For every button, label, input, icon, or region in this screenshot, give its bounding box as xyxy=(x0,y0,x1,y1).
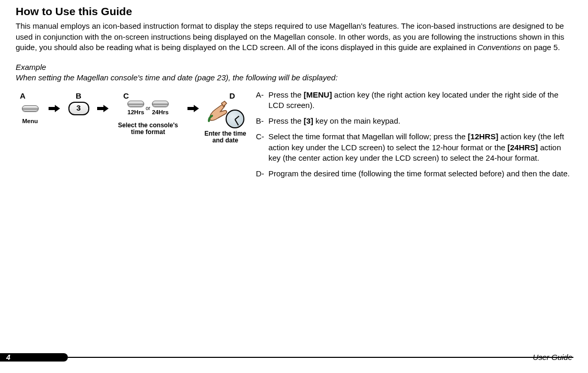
page-heading: How to Use this Guide xyxy=(16,4,572,19)
arrow-icon xyxy=(44,100,64,117)
step-b-letter: B xyxy=(76,91,81,100)
intro-text-2: on page 5. xyxy=(521,43,560,52)
intro-paragraph: This manual employs an icon-based instru… xyxy=(16,21,572,53)
or-text: or xyxy=(146,105,150,112)
footer-label: User Guide xyxy=(533,352,572,363)
instruction-b: B- Press the [3] key on the main keypad. xyxy=(256,116,572,126)
arrow-icon xyxy=(93,100,113,117)
12hrs-label: 12Hrs xyxy=(127,109,144,116)
step-d: D Enter the time and date xyxy=(203,91,248,145)
example-label: Example xyxy=(16,62,572,73)
step-a-label: Menu xyxy=(22,118,38,125)
instr-a-key: A- xyxy=(256,90,268,111)
step-c-letter: C xyxy=(113,91,129,100)
step-d-letter: D xyxy=(229,91,248,100)
footer-rule xyxy=(68,357,573,358)
24hrs-key-icon xyxy=(152,101,169,107)
keypad-3-icon: 3 xyxy=(68,102,89,115)
example-context: When setting the Magellan console's time… xyxy=(16,73,572,83)
enter-time-icon xyxy=(207,100,244,128)
instr-b-key: B- xyxy=(256,116,268,126)
hand-icon xyxy=(207,100,232,122)
page-number: 4 xyxy=(6,353,10,362)
step-b: B 3 xyxy=(64,91,93,117)
page-footer: 4 User Guide xyxy=(0,351,588,364)
12hrs-key-icon xyxy=(127,101,144,107)
step-a: A Menu xyxy=(16,91,44,125)
instr-c-key: C- xyxy=(256,131,268,163)
instruction-a: A- Press the [MENU] action key (the righ… xyxy=(256,90,572,111)
instr-d-key: D- xyxy=(256,169,268,179)
instruction-list: A- Press the [MENU] action key (the righ… xyxy=(256,90,572,185)
conventions-reference: Conventions xyxy=(477,43,521,52)
24hrs-label: 24Hrs xyxy=(152,109,169,116)
instruction-d: D- Program the desired time (following t… xyxy=(256,169,572,179)
arrow-icon xyxy=(183,100,203,117)
step-c: C 12Hrs or 24Hrs Select the console's ti… xyxy=(113,91,183,137)
step-a-letter: A xyxy=(16,91,26,100)
step-d-caption: Enter the time and date xyxy=(203,130,248,145)
instruction-c: C- Select the time format that Magellan … xyxy=(256,131,572,163)
step-c-caption: Select the console's time format xyxy=(113,122,183,137)
menu-key-icon xyxy=(22,105,39,112)
icon-flow-diagram: A Menu B 3 xyxy=(16,90,256,145)
